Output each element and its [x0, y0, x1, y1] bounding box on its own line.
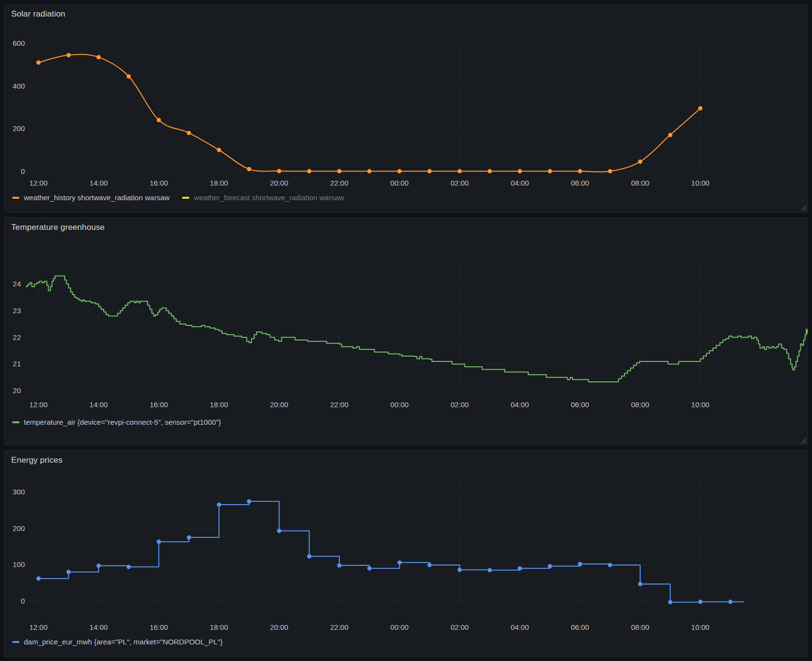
x-tick-label: 20:00	[270, 623, 289, 631]
data-point[interactable]	[157, 118, 161, 122]
y-tick-label: 600	[13, 39, 25, 47]
x-tick-label: 12:00	[29, 179, 48, 187]
data-point[interactable]	[488, 169, 492, 173]
data-point[interactable]	[608, 563, 612, 567]
data-point[interactable]	[277, 169, 281, 173]
x-tick-label: 14:00	[90, 400, 108, 409]
data-point[interactable]	[307, 554, 312, 559]
x-tick-label: 04:00	[511, 400, 529, 409]
data-point[interactable]	[517, 566, 522, 570]
data-point[interactable]	[517, 169, 522, 173]
data-point[interactable]	[187, 535, 191, 540]
data-point[interactable]	[217, 503, 221, 507]
data-point[interactable]	[367, 169, 371, 173]
temperature-greenhouse-chart[interactable]: 202122232412:0014:0016:0018:0020:0022:00…	[4, 218, 808, 445]
x-tick-label: 16:00	[149, 179, 168, 187]
legend-item[interactable]: temperature_air {device="revpi-connect-5…	[12, 418, 221, 426]
legend-series-color-icon	[12, 421, 19, 423]
legend-label: weather_history shortwave_radiation wars…	[24, 193, 169, 202]
data-point[interactable]	[187, 131, 191, 135]
data-point[interactable]	[127, 74, 131, 78]
x-tick-label: 18:00	[210, 179, 228, 187]
y-tick-label: 20	[13, 386, 21, 395]
data-point[interactable]	[337, 169, 342, 173]
x-tick-label: 04:00	[511, 179, 529, 187]
x-tick-label: 18:00	[210, 623, 228, 631]
data-point[interactable]	[367, 566, 371, 570]
panel-resize-handle-icon[interactable]	[801, 438, 807, 444]
data-point[interactable]	[397, 560, 402, 565]
x-tick-label: 06:00	[571, 623, 590, 631]
data-point[interactable]	[638, 582, 643, 586]
data-point[interactable]	[427, 169, 432, 173]
data-point[interactable]	[638, 159, 643, 164]
data-point[interactable]	[96, 55, 101, 59]
x-tick-label: 22:00	[330, 623, 349, 631]
y-tick-label: 24	[13, 280, 21, 288]
data-point[interactable]	[66, 570, 71, 574]
x-tick-label: 22:00	[330, 400, 349, 409]
data-point[interactable]	[337, 563, 342, 567]
panel-resize-handle-icon[interactable]	[801, 205, 807, 211]
data-point[interactable]	[127, 565, 131, 569]
data-point[interactable]	[247, 499, 251, 504]
data-point[interactable]	[458, 169, 462, 173]
data-point[interactable]	[96, 564, 101, 568]
data-point[interactable]	[548, 169, 552, 173]
x-tick-label: 20:00	[270, 179, 289, 187]
data-point[interactable]	[728, 600, 733, 604]
data-point[interactable]	[488, 568, 492, 572]
x-tick-label: 04:00	[511, 623, 529, 631]
data-point[interactable]	[548, 564, 552, 568]
x-tick-label: 16:00	[149, 623, 168, 631]
data-point[interactable]	[698, 600, 702, 604]
y-tick-label: 400	[13, 82, 25, 90]
y-tick-label: 100	[13, 560, 25, 568]
data-point[interactable]	[578, 169, 582, 173]
legend: temperature_air {device="revpi-connect-5…	[12, 418, 221, 426]
series-line	[38, 501, 744, 602]
x-tick-label: 18:00	[210, 400, 228, 409]
data-point[interactable]	[668, 600, 672, 604]
series-line	[38, 55, 701, 172]
panel-temperature-greenhouse: Temperature greenhouse 202122232412:0014…	[4, 217, 808, 445]
x-tick-label: 16:00	[149, 400, 168, 409]
x-tick-label: 06:00	[571, 400, 590, 409]
solar-radiation-chart[interactable]: 020040060012:0014:0016:0018:0020:0022:00…	[4, 4, 808, 212]
data-point[interactable]	[247, 167, 251, 171]
legend-item[interactable]: dam_price_eur_mwh {area="PL", market="NO…	[12, 638, 222, 646]
dashboard: Solar radiation 020040060012:0014:0016:0…	[0, 0, 812, 661]
y-tick-label: 200	[13, 124, 25, 132]
x-tick-label: 02:00	[450, 179, 469, 187]
legend-item[interactable]: weather_forecast shortwave_radiation war…	[182, 193, 344, 202]
data-point[interactable]	[608, 169, 612, 173]
data-point[interactable]	[217, 148, 221, 152]
data-point[interactable]	[277, 529, 281, 533]
energy-prices-chart[interactable]: 010020030012:0014:0016:0018:0020:0022:00…	[4, 451, 808, 657]
x-tick-label: 00:00	[390, 179, 409, 187]
x-tick-label: 12:00	[29, 400, 48, 409]
data-point[interactable]	[668, 133, 672, 137]
legend-series-color-icon	[12, 641, 19, 643]
data-point[interactable]	[427, 563, 432, 567]
panel-solar-radiation: Solar radiation 020040060012:0014:0016:0…	[4, 4, 808, 212]
data-point[interactable]	[458, 567, 462, 572]
data-point[interactable]	[397, 169, 402, 173]
x-tick-label: 02:00	[450, 623, 469, 631]
data-point[interactable]	[578, 562, 582, 566]
data-point[interactable]	[66, 53, 71, 57]
x-tick-label: 00:00	[390, 623, 409, 631]
y-tick-label: 21	[13, 359, 21, 368]
data-point[interactable]	[37, 60, 41, 65]
x-tick-label: 22:00	[330, 179, 349, 187]
legend-item[interactable]: weather_history shortwave_radiation wars…	[12, 193, 169, 202]
data-point[interactable]	[37, 576, 41, 581]
x-tick-label: 08:00	[631, 400, 649, 409]
x-tick-label: 10:00	[691, 623, 710, 631]
y-tick-label: 200	[13, 524, 25, 532]
legend-label: dam_price_eur_mwh {area="PL", market="NO…	[24, 638, 222, 646]
data-point[interactable]	[307, 169, 312, 173]
data-point[interactable]	[698, 106, 702, 111]
x-tick-label: 20:00	[270, 400, 289, 409]
data-point[interactable]	[157, 540, 161, 544]
